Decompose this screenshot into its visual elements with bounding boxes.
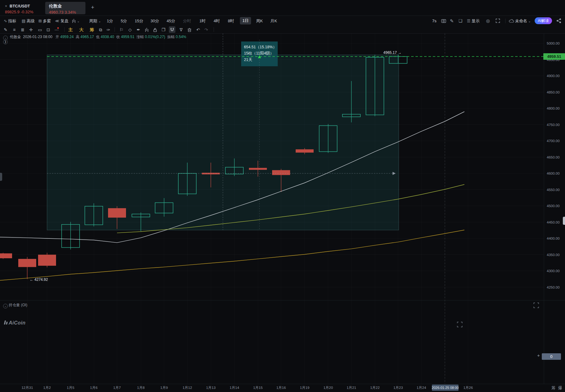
tab-symbol: BTC/USDT xyxy=(10,4,30,8)
svg-text:2026-01-25 08:00: 2026-01-25 08:00 xyxy=(432,386,459,390)
more-tools-icon[interactable]: ⋯ xyxy=(54,26,59,33)
period-dropdown[interactable]: 周期 ⌄ xyxy=(89,16,101,26)
svg-text:4750.00: 4750.00 xyxy=(547,123,560,127)
svg-text:4250.00: 4250.00 xyxy=(547,285,560,289)
mode-chip[interactable]: 筹 xyxy=(90,26,94,33)
tf-30m[interactable]: 30分 xyxy=(150,16,159,26)
svg-text:1月5: 1月5 xyxy=(67,386,74,390)
expand-icon[interactable] xyxy=(457,322,462,327)
tf-time[interactable]: 分时 xyxy=(183,16,191,26)
plus-button[interactable]: + xyxy=(537,353,540,358)
right-pane-handle[interactable] xyxy=(563,217,565,225)
trendline-tool-icon[interactable]: ≡ xyxy=(13,26,15,33)
main-toolbar: ∿ 指标 ▤ 高级 ⊞ 多窗 ≪ 复盘 ⌄ 周期 ⌄ 1分 5分 15分 30分… xyxy=(0,15,565,26)
refresh-countdown[interactable]: 7s xyxy=(432,16,437,26)
note-tool-icon[interactable]: ⊡ xyxy=(46,26,50,33)
line-tool-icon[interactable]: ✎ xyxy=(4,26,7,33)
tab-quote: 89825.9 -0.32% xyxy=(5,10,33,14)
oi-pane-title[interactable]: ⌄ 持仓量 (OI) xyxy=(3,303,27,308)
target-icon[interactable]: ◎ xyxy=(486,16,490,26)
svg-text:1月26: 1月26 xyxy=(463,386,473,390)
list-icon: ☰ xyxy=(467,19,472,23)
magnet-icon-active[interactable] xyxy=(169,26,176,33)
price-tag-tool-icon[interactable]: ◇ xyxy=(128,26,132,33)
svg-text:4600.00: 4600.00 xyxy=(547,172,560,175)
mode-main[interactable]: 主 xyxy=(68,26,73,33)
tf-8h[interactable]: 8时 xyxy=(228,16,234,26)
svg-text:1月7: 1月7 xyxy=(113,386,121,390)
bars-pattern-icon[interactable] xyxy=(145,26,149,33)
indicator-button[interactable]: ∿ 指标 xyxy=(4,16,16,26)
counter-badge: 0 xyxy=(542,353,561,360)
date-axis[interactable]: 12月311月21月51月61月71月81月91月121月131月141月151… xyxy=(21,385,473,391)
ma-slow-gold xyxy=(0,230,464,281)
ai-analysis-button[interactable]: AI解读 xyxy=(535,17,552,24)
tab-symbol: 伦敦金 xyxy=(49,3,62,8)
layout-dropdown[interactable]: 未命名 ⌄ xyxy=(509,16,531,26)
tf-15m[interactable]: 15分 xyxy=(135,16,143,26)
chip-distribution-button[interactable]: 筹 xyxy=(551,385,558,390)
rectangle-tool-icon[interactable]: ▭ xyxy=(38,26,42,33)
svg-text:15柱（11阳4阴）: 15柱（11阳4阴） xyxy=(244,51,274,55)
svg-text:4350.00: 4350.00 xyxy=(547,253,560,257)
left-pane-handle[interactable] xyxy=(0,173,2,181)
fullscreen-button[interactable] xyxy=(496,16,500,26)
lock-icon[interactable] xyxy=(153,26,157,33)
svg-text:1月23: 1月23 xyxy=(393,386,403,390)
multi-window-button[interactable]: ⊞ 多窗 xyxy=(38,16,51,26)
pen-tool-icon[interactable]: ✒ xyxy=(137,26,140,33)
tf-5m[interactable]: 5分 xyxy=(121,16,127,26)
tf-4h[interactable]: 4时 xyxy=(214,16,220,26)
close-icon[interactable]: × xyxy=(5,4,7,8)
svg-text:1月14: 1月14 xyxy=(230,386,239,390)
mode-large[interactable]: 大 xyxy=(79,26,84,33)
redo-icon[interactable]: ↷ xyxy=(204,26,208,33)
trash-icon[interactable] xyxy=(188,26,191,33)
layers-icon[interactable]: ❐ xyxy=(162,26,166,33)
tf-1m[interactable]: 1分 xyxy=(107,16,113,26)
flag-tool-icon[interactable]: ⚐ xyxy=(120,26,124,33)
magic-wand-icon[interactable]: ✑ xyxy=(106,26,110,33)
chevron-down-icon: ⌄ xyxy=(77,20,80,23)
share-button[interactable] xyxy=(556,16,561,26)
tf-1d-selected[interactable]: 1日 xyxy=(240,17,251,24)
filter-icon[interactable]: ∇ xyxy=(180,26,182,33)
candle-down xyxy=(38,255,56,266)
display-settings-button[interactable]: ☰ 显示 xyxy=(467,16,480,26)
liquidation-button[interactable]: 爆 xyxy=(558,385,565,390)
cross-tool-icon[interactable]: ✛ xyxy=(29,26,33,33)
tf-45m[interactable]: 45分 xyxy=(167,16,175,26)
parallel-lines-tool-icon[interactable]: ≣ xyxy=(21,26,24,33)
tab-londongold[interactable]: 伦敦金 4960.73 3.34% xyxy=(45,2,85,14)
tf-1w[interactable]: 周K xyxy=(256,16,263,26)
chart-type-selector[interactable]: ⌄ xyxy=(72,16,80,26)
price-axis[interactable]: 5000.004950.004900.004850.004800.004750.… xyxy=(547,41,560,289)
candle-down xyxy=(272,170,290,175)
candle-down xyxy=(18,259,36,267)
rewind-icon: ≪ xyxy=(55,19,60,23)
tab-btcusdt[interactable]: ×BTC/USDT 89825.9 -0.32% xyxy=(5,3,33,14)
svg-text:1月19: 1月19 xyxy=(300,386,310,390)
advanced-button[interactable]: ▤ 高级 xyxy=(22,16,35,26)
expand-icon[interactable] xyxy=(534,303,539,308)
save-view-icon[interactable]: ❏ xyxy=(459,16,463,26)
undo-icon[interactable]: ↶ xyxy=(196,26,200,33)
replay-button[interactable]: ≪ 复盘 xyxy=(55,16,68,26)
candlestick-chart[interactable]: 654.51（15.18%）15柱（11阳4阴）21天4965.17 →← 42… xyxy=(0,33,565,392)
tf-1mo[interactable]: 月K xyxy=(270,16,277,26)
notification-dot xyxy=(57,27,59,29)
svg-text:1月9: 1月9 xyxy=(160,386,168,390)
svg-text:4450.00: 4450.00 xyxy=(547,220,560,224)
collapse-chevron-icon[interactable]: ⌄ xyxy=(3,304,8,308)
tf-1h[interactable]: 1时 xyxy=(199,16,206,26)
candle-down xyxy=(296,149,314,153)
add-tab-button[interactable]: + xyxy=(91,4,94,11)
edit-icon[interactable]: ✎ xyxy=(450,16,454,26)
svg-text:1月20: 1月20 xyxy=(324,386,333,390)
svg-text:12月31: 12月31 xyxy=(21,386,33,390)
screenshot-button[interactable] xyxy=(441,16,446,26)
brush-edit-icon[interactable]: ⧉ xyxy=(99,26,102,33)
svg-text:1月8: 1月8 xyxy=(137,386,145,390)
svg-text:1月2: 1月2 xyxy=(43,386,51,390)
svg-text:1月22: 1月22 xyxy=(370,386,380,390)
